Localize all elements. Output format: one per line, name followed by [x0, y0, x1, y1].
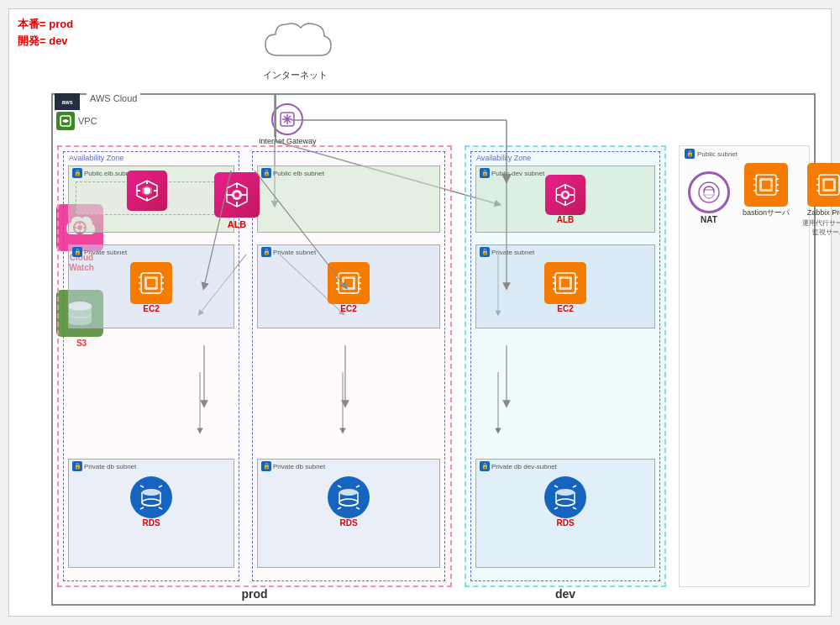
dev-region-label: dev	[555, 587, 575, 601]
env-labels: 本番= prod 開発= dev	[18, 16, 73, 49]
lock-icon-7: 🔒	[480, 168, 490, 178]
priv-db-subnet2: 🔒 Private db subnet	[257, 459, 440, 568]
pub-dev-subnet: 🔒 Public dev subnet	[475, 165, 655, 233]
internet-label: インターネット	[257, 69, 333, 81]
svg-line-50	[356, 486, 360, 487]
svg-line-52	[356, 507, 360, 509]
lock-icon-3: 🔒	[72, 461, 82, 471]
aws-cloud-box: aws AWS Cloud VPC	[51, 93, 816, 606]
ec2-icon-right	[328, 262, 370, 304]
svg-point-33	[142, 499, 160, 506]
igw-svg	[278, 110, 297, 129]
priv-db-dev-subnet-label: Private db dev-subnet	[491, 463, 557, 470]
lock-icon-6: 🔒	[261, 461, 271, 471]
zabbix-container: Zabbix Proxy 運用代行サービス 監視サーバ	[800, 163, 840, 238]
svg-line-35	[159, 486, 162, 487]
pub-elb-subnet2-label: Public elb subnet	[273, 170, 324, 177]
svg-rect-25	[147, 279, 155, 287]
svg-rect-94	[825, 181, 833, 189]
vert-line-igw	[275, 95, 276, 141]
pub-dev-subnet-label: Public dev subnet	[491, 170, 544, 177]
igw-label: Internet Gateway	[259, 137, 317, 145]
nat-container: NAT	[684, 171, 734, 224]
rds-prod-left: RDS	[69, 476, 234, 528]
svg-rect-67	[561, 279, 570, 287]
svg-point-48	[339, 499, 358, 506]
svg-rect-85	[762, 181, 770, 189]
alb-icon-center	[214, 172, 260, 218]
lock-icon-4: 🔒	[261, 168, 271, 178]
vpc-label: VPC	[78, 116, 97, 126]
svg-point-64	[563, 192, 567, 197]
svg-line-51	[338, 507, 341, 509]
prod-region: prod Availability Zone 🔒 Public.elb.subn…	[57, 145, 452, 587]
svg-line-49	[338, 486, 341, 487]
rds-dev-icon	[544, 476, 586, 518]
svg-point-75	[556, 499, 575, 506]
svg-line-37	[159, 507, 162, 509]
svg-point-58	[234, 192, 239, 197]
bastion-label: bastionサーバ	[737, 208, 795, 218]
ec2-prod-right: EC2	[258, 262, 439, 313]
cloud-svg	[257, 18, 333, 64]
bastion-container: bastionサーバ	[737, 163, 795, 218]
nat-icon	[688, 171, 730, 213]
rds-right-label: RDS	[258, 518, 439, 528]
priv-subnet1: 🔒 Private subnet	[68, 244, 234, 328]
priv-db-subnet1-label: Private db subnet	[84, 463, 136, 470]
ec2-right-label: EC2	[258, 304, 439, 313]
rds-icon-left	[130, 476, 172, 518]
lock-icon-1: 🔒	[72, 168, 82, 178]
rds-prod-right: RDS	[258, 476, 439, 528]
svg-line-79	[573, 507, 576, 509]
dev-label: 開発= dev	[18, 33, 73, 50]
nat-label: NAT	[684, 215, 734, 224]
prod-region-label: prod	[241, 587, 267, 601]
svg-line-76	[554, 486, 558, 487]
ec2-dev: EC2	[476, 262, 654, 313]
az-dev-box: Availability Zone 🔒 Public dev subnet	[470, 151, 660, 581]
alb-prod-label: ALB	[214, 219, 260, 229]
priv-db-dev-subnet: 🔒 Private db dev-subnet	[475, 459, 655, 568]
vpc-icon	[56, 112, 75, 130]
svg-line-77	[573, 486, 576, 487]
alb-prod-left	[127, 171, 167, 211]
tools-area: 🔒 Public subnet NAT	[679, 145, 810, 587]
pub-subnet-label: Public subnet	[697, 150, 738, 158]
alb-icon-left	[127, 171, 167, 211]
zabbix-icon	[807, 163, 840, 207]
priv-subnet2: 🔒 Private subnet	[257, 244, 440, 328]
aws-cloud-label: AWS Cloud	[87, 93, 140, 103]
az2-box: 🔒 Public elb subnet 🔒 Private subnet	[252, 151, 445, 581]
alb-dev-label: ALB	[545, 215, 585, 224]
rds-left-label: RDS	[69, 518, 234, 528]
aws-logo: aws	[55, 93, 80, 110]
svg-rect-40	[344, 279, 353, 287]
svg-point-32	[142, 489, 160, 496]
svg-point-47	[339, 489, 358, 496]
az-dev-label: Availability Zone	[476, 154, 531, 162]
lock-icon-5: 🔒	[261, 247, 271, 257]
prod-label: 本番= prod	[18, 16, 73, 33]
ec2-dev-icon	[544, 262, 586, 304]
ec2-dev-label: EC2	[476, 304, 654, 313]
priv-db-subnet2-label: Private db subnet	[273, 463, 325, 470]
lock-icon-9: 🔒	[480, 461, 490, 471]
zabbix-label: Zabbix Proxy 運用代行サービス 監視サーバ	[800, 208, 840, 238]
lock-icon-8: 🔒	[480, 247, 490, 257]
pub-elb-subnet2: 🔒 Public elb subnet	[257, 165, 440, 233]
ec2-left-label: EC2	[69, 304, 234, 313]
internet-cloud: インターネット	[257, 18, 333, 81]
alb-dev-icon	[545, 175, 585, 215]
priv-subnet-dev: 🔒 Private subnet	[475, 244, 655, 328]
svg-line-78	[554, 507, 558, 509]
lock-icon-2: 🔒	[72, 247, 82, 257]
dev-region: dev Availability Zone 🔒 Public dev subne…	[465, 145, 666, 587]
ec2-icon-left	[130, 262, 172, 304]
svg-point-22	[144, 187, 150, 194]
rds-icon-right	[328, 476, 370, 518]
svg-point-74	[556, 489, 575, 496]
ec2-prod-left: EC2	[69, 262, 234, 313]
alb-dev: ALB	[545, 175, 585, 224]
az1-box: Availability Zone 🔒 Public.elb.subnet	[63, 151, 239, 581]
